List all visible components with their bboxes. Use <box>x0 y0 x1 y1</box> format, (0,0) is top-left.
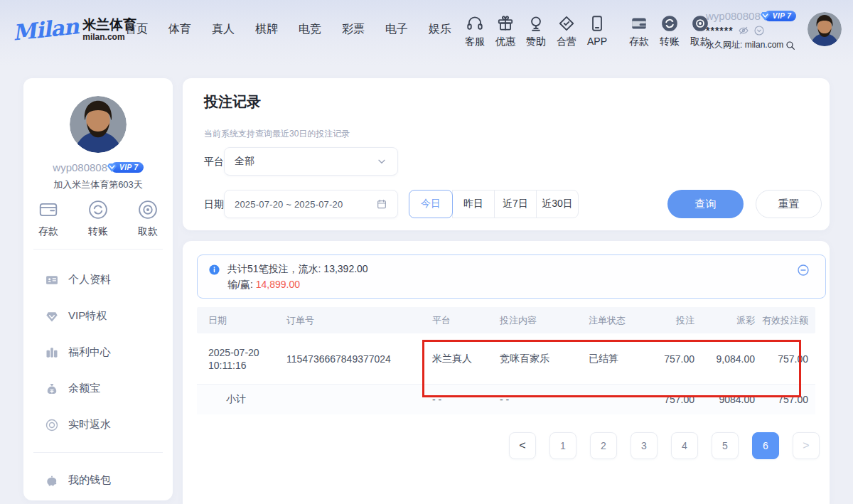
range-today-button[interactable]: 今日 <box>409 190 453 218</box>
sidebar-transfer-button[interactable]: 转账 <box>87 199 109 238</box>
vip-diamond-icon <box>760 11 771 21</box>
eye-off-icon[interactable] <box>738 25 749 36</box>
subtotal-label: 小计 <box>197 393 275 406</box>
nav-slots[interactable]: 电子 <box>385 22 408 37</box>
subtotal-valid: 757.00 <box>762 394 815 405</box>
quick-action-bar: 客服 优惠 赞助 <box>461 14 717 48</box>
nav-home[interactable]: 首页 <box>125 22 148 37</box>
page-next-button[interactable]: > <box>793 432 820 459</box>
page-4-button[interactable]: 4 <box>671 432 698 459</box>
nav-live[interactable]: 真人 <box>212 22 235 37</box>
gift-icon <box>496 14 515 33</box>
sidebar-vip-badge: VIP 7 <box>111 162 144 173</box>
headset-icon <box>466 14 484 33</box>
sidebar-item-rebate[interactable]: 实时返水 <box>45 407 166 443</box>
vip-privilege-icon <box>45 309 59 323</box>
magnifier-icon[interactable] <box>785 40 796 51</box>
nav-esports[interactable]: 电竞 <box>299 22 321 37</box>
col-platform: 平台 <box>421 314 488 327</box>
pagination: < 1 2 3 4 5 6 > <box>509 432 820 459</box>
records-card: 共计51笔投注，流水: 13,392.00 输/赢: 14,899.00 日期 … <box>183 241 830 504</box>
nav-board[interactable]: 棋牌 <box>255 22 278 37</box>
col-content: 投注内容 <box>488 314 577 327</box>
sidebar-item-yuebao[interactable]: 余额宝 <box>45 370 166 407</box>
page-prev-button[interactable]: < <box>509 432 536 459</box>
table-row[interactable]: 2025-07-20 10:11:16 1154736667849377024 … <box>197 333 815 385</box>
subtotal-platform-dash: - - <box>421 394 488 405</box>
records-table: 日期 订单号 平台 投注内容 注单状态 投注 派彩 有效投注额 2025-07-… <box>197 307 815 414</box>
subtotal-row: 小计 - - - - 757.00 9084.00 757.00 <box>197 385 815 414</box>
wallet-icon <box>630 14 648 33</box>
avatar[interactable] <box>808 12 842 46</box>
sidebar-transfer-label: 转账 <box>88 225 108 238</box>
col-status: 注单状态 <box>577 314 645 327</box>
nav-lottery[interactable]: 彩票 <box>342 22 365 37</box>
summary-line1: 共计51笔投注，流水: 13,392.00 <box>227 262 794 276</box>
page-6-button[interactable]: 6 <box>752 432 779 459</box>
sidebar-deposit-button[interactable]: 存款 <box>38 199 59 238</box>
sidebar-item-vip[interactable]: VIP特权 <box>45 298 166 334</box>
cell-content: 竞咪百家乐 <box>488 353 577 365</box>
platform-select[interactable]: 全部 <box>224 147 398 176</box>
sidebar-item-my-wallet[interactable]: 我的钱包 <box>45 462 166 498</box>
sponsor-button[interactable]: 赞助 <box>522 14 550 48</box>
partner-button[interactable]: 合营 <box>552 14 581 48</box>
page-2-button[interactable]: 2 <box>590 432 617 459</box>
username-text[interactable]: wyp080808 <box>706 10 761 22</box>
sidebar-item-yuebao-label: 余额宝 <box>68 382 100 395</box>
app-button[interactable]: APP <box>583 14 611 47</box>
sidebar-avatar-image <box>70 96 127 153</box>
money-bag-icon <box>45 382 59 396</box>
deposit-label-top: 存款 <box>629 36 649 48</box>
page-subtitle: 当前系统支持查询最近30日的投注记录 <box>204 128 350 140</box>
sidebar-item-profile[interactable]: 个人资料 <box>45 262 166 298</box>
date-range-value: 2025-07-20 ~ 2025-07-20 <box>235 199 376 210</box>
collapse-icon[interactable] <box>797 264 810 277</box>
winloss-value: 14,899.00 <box>256 279 300 290</box>
transfer-button-top[interactable]: 转账 <box>655 14 684 48</box>
sponsor-label: 赞助 <box>526 36 546 48</box>
site-logo[interactable]: Milan 米兰体育 milan.com <box>13 17 136 42</box>
promo-button[interactable]: 优惠 <box>491 14 520 48</box>
app-label: APP <box>587 36 607 47</box>
betting-records-page: Milan 米兰体育 milan.com 首页 体育 真人 棋牌 电竞 彩票 电… <box>0 0 853 504</box>
joined-days-text: 加入米兰体育第603天 <box>23 178 173 191</box>
partner-icon <box>557 14 576 33</box>
cell-bet: 757.00 <box>645 353 702 365</box>
date-range-input[interactable]: 2025-07-20 ~ 2025-07-20 <box>224 190 398 218</box>
divider <box>33 452 163 453</box>
profile-sidebar: wyp080808 VIP 7 加入米兰体育第603天 存款 <box>23 78 173 500</box>
sidebar-withdraw-button[interactable]: 取款 <box>137 199 159 238</box>
calendar-icon <box>376 198 387 210</box>
reset-button[interactable]: 重置 <box>756 190 822 218</box>
search-button[interactable]: 查询 <box>667 190 744 218</box>
chevron-circle-icon[interactable] <box>753 25 765 36</box>
sidebar-actions: 存款 转账 取款 <box>23 199 173 238</box>
winloss-label: 输/赢: <box>227 279 253 290</box>
page-3-button[interactable]: 3 <box>631 432 658 459</box>
nav-entertainment[interactable]: 娱乐 <box>429 22 451 37</box>
subtotal-content-dash: - - <box>488 394 577 405</box>
transfer-outline-icon <box>87 199 109 220</box>
summary-banner: 共计51笔投注，流水: 13,392.00 输/赢: 14,899.00 <box>197 254 826 299</box>
cell-payout: 9,084.00 <box>702 353 762 365</box>
rebate-coin-icon <box>45 418 59 432</box>
sidebar-menu-wallet: 我的钱包 <box>45 462 166 498</box>
sidebar-avatar[interactable] <box>70 96 127 153</box>
nav-sports[interactable]: 体育 <box>168 22 191 37</box>
cell-platform: 米兰真人 <box>421 353 488 365</box>
quick-range-group: 今日 昨日 近7日 近30日 <box>409 190 579 218</box>
page-1-button[interactable]: 1 <box>549 432 576 459</box>
deposit-button-top[interactable]: 存款 <box>625 14 653 48</box>
sidebar-item-my-wallet-label: 我的钱包 <box>68 473 111 487</box>
subtotal-bet: 757.00 <box>645 394 702 405</box>
service-button[interactable]: 客服 <box>461 14 489 48</box>
range-yesterday-button[interactable]: 昨日 <box>452 190 495 218</box>
transfer-icon <box>660 14 679 33</box>
range-30days-button[interactable]: 近30日 <box>536 190 579 218</box>
sidebar-item-welfare[interactable]: 福利中心 <box>45 334 166 370</box>
id-card-icon <box>45 273 59 287</box>
page-5-button[interactable]: 5 <box>712 432 739 459</box>
range-7days-button[interactable]: 近7日 <box>494 190 537 218</box>
cell-status: 已结算 <box>577 353 645 365</box>
